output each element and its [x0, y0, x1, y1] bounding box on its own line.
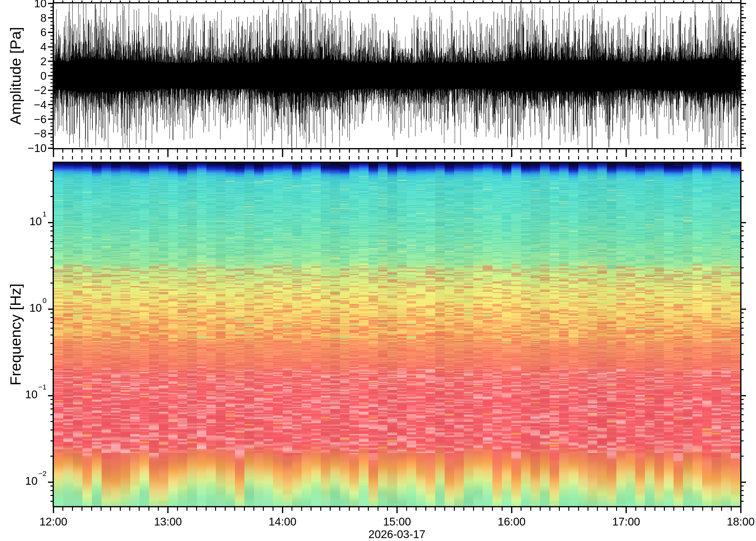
time-minor-tick: [425, 0, 426, 3]
time-minor-tick: [120, 156, 121, 160]
time-minor-tick: [578, 0, 579, 3]
frequency-major-tick: [48, 482, 54, 483]
frequency-minor-tick: [740, 170, 744, 171]
amplitude-major-tick: [48, 90, 54, 91]
time-minor-tick: [292, 507, 293, 511]
time-minor-tick: [339, 149, 340, 153]
time-minor-tick: [559, 0, 560, 3]
time-minor-tick: [311, 149, 312, 153]
amplitude-major-tick: [740, 3, 746, 4]
time-minor-tick: [587, 149, 588, 153]
hour-label: 12:00: [22, 515, 85, 528]
frequency-minor-tick: [740, 456, 744, 457]
frequency-minor-tick: [740, 334, 744, 335]
time-minor-tick: [635, 149, 636, 153]
amplitude-minor-tick: [50, 97, 54, 98]
time-minor-tick: [654, 0, 655, 3]
time-minor-tick: [568, 156, 569, 160]
frequency-minor-tick: [740, 399, 744, 400]
amplitude-minor-tick: [740, 115, 744, 116]
amplitude-tick-label: −10: [8, 142, 47, 154]
time-minor-tick: [673, 149, 674, 153]
time-major-tick: [511, 151, 512, 157]
time-minor-tick: [82, 0, 82, 3]
frequency-minor-tick: [50, 170, 54, 171]
amplitude-minor-tick: [740, 50, 744, 51]
time-minor-tick: [721, 149, 722, 153]
time-minor-tick: [110, 156, 111, 160]
time-minor-tick: [196, 156, 197, 160]
hour-label: 17:00: [595, 515, 658, 528]
amplitude-minor-tick: [50, 57, 54, 58]
time-minor-tick: [444, 507, 445, 511]
frequency-exponent: −2: [38, 469, 47, 477]
frequency-minor-tick: [740, 429, 744, 430]
amplitude-major-tick: [740, 75, 746, 76]
amplitude-minor-tick: [50, 126, 54, 127]
time-minor-tick: [415, 149, 416, 153]
frequency-tick-label: 100: [3, 302, 47, 314]
time-minor-tick: [597, 507, 598, 511]
time-minor-tick: [425, 507, 426, 511]
time-minor-tick: [320, 507, 321, 511]
time-minor-tick: [158, 156, 159, 160]
time-major-tick: [53, 507, 54, 513]
frequency-minor-tick: [740, 490, 744, 491]
frequency-exponent: 1: [42, 210, 47, 218]
time-minor-tick: [482, 149, 483, 153]
time-minor-tick: [129, 149, 130, 153]
frequency-minor-tick: [740, 408, 744, 409]
time-minor-tick: [62, 0, 63, 3]
time-minor-tick: [177, 156, 178, 160]
amplitude-minor-tick: [50, 82, 54, 83]
time-minor-tick: [120, 0, 121, 3]
time-major-tick: [282, 151, 283, 157]
time-minor-tick: [129, 0, 130, 3]
amplitude-minor-tick: [740, 43, 744, 44]
time-minor-tick: [263, 507, 264, 511]
time-minor-tick: [731, 0, 732, 3]
frequency-minor-tick: [740, 369, 744, 370]
hour-label: 15:00: [366, 515, 429, 528]
time-minor-tick: [101, 507, 102, 511]
time-minor-tick: [692, 0, 693, 3]
time-minor-tick: [72, 149, 73, 153]
time-minor-tick: [359, 149, 359, 153]
hour-label: 16:00: [480, 515, 543, 528]
time-minor-tick: [91, 507, 92, 511]
time-minor-tick: [129, 507, 130, 511]
frequency-minor-tick: [50, 343, 54, 344]
time-minor-tick: [311, 507, 312, 511]
amplitude-minor-tick: [740, 54, 744, 55]
frequency-minor-tick: [50, 440, 54, 441]
time-minor-tick: [654, 149, 655, 153]
time-minor-tick: [215, 156, 216, 160]
amplitude-major-tick: [740, 119, 746, 120]
time-minor-tick: [463, 507, 464, 511]
time-minor-tick: [301, 0, 302, 3]
amplitude-major-tick: [740, 133, 746, 134]
time-minor-tick: [578, 149, 579, 153]
amplitude-minor-tick: [740, 108, 744, 109]
time-minor-tick: [616, 156, 617, 160]
time-minor-tick: [215, 149, 216, 153]
time-minor-tick: [101, 0, 102, 3]
hour-label: 14:00: [251, 515, 314, 528]
time-minor-tick: [292, 149, 293, 153]
time-minor-tick: [139, 149, 140, 153]
time-minor-tick: [359, 0, 359, 3]
time-minor-tick: [530, 156, 531, 160]
time-minor-tick: [72, 507, 73, 511]
time-minor-tick: [139, 0, 140, 3]
time-minor-tick: [731, 507, 732, 511]
amplitude-major-tick: [48, 17, 54, 18]
amplitude-tick-label: 4: [8, 41, 47, 53]
time-minor-tick: [273, 507, 274, 511]
amplitude-minor-tick: [740, 137, 744, 138]
amplitude-minor-tick: [740, 93, 744, 94]
frequency-minor-tick: [740, 328, 744, 329]
time-minor-tick: [330, 156, 331, 160]
time-minor-tick: [244, 507, 245, 511]
frequency-minor-tick: [740, 257, 744, 258]
time-minor-tick: [196, 507, 197, 511]
